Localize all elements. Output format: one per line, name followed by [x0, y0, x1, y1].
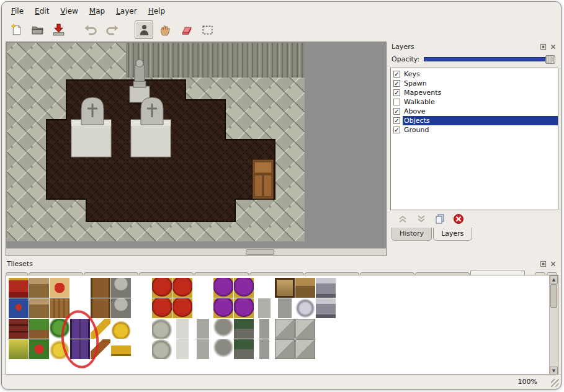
- tile-statue_white[interactable]: [172, 339, 192, 359]
- tile-cabinet[interactable]: [91, 278, 110, 298]
- menu-item-edit[interactable]: Edit: [29, 5, 55, 17]
- layer-checkbox[interactable]: ✓: [393, 117, 400, 124]
- duplicate-icon[interactable]: [434, 213, 446, 225]
- redo-button[interactable]: [102, 20, 121, 39]
- tile-stone_door[interactable]: [111, 278, 131, 298]
- tile-rock[interactable]: [152, 319, 172, 339]
- tile-banner_blue[interactable]: [9, 298, 29, 318]
- tile-rock[interactable]: [152, 339, 172, 359]
- tile-bookshelf[interactable]: [9, 319, 29, 339]
- tile-stone_block[interactable]: [295, 339, 315, 359]
- tile-statue_gray[interactable]: [193, 319, 213, 339]
- layer-checkbox[interactable]: ✓: [393, 127, 400, 133]
- tile-cushion_red[interactable]: [50, 278, 69, 298]
- tile-statue_white[interactable]: [172, 319, 192, 339]
- layer-row-ground[interactable]: ✓Ground: [391, 125, 558, 135]
- layer-row-keys[interactable]: ✓Keys: [391, 69, 558, 79]
- tile-empty[interactable]: [316, 339, 336, 359]
- tile-coffin[interactable]: [275, 298, 295, 318]
- select-tool-button[interactable]: [198, 20, 217, 39]
- menu-item-layer[interactable]: Layer: [110, 5, 142, 17]
- tile-barrel[interactable]: [50, 298, 69, 318]
- tile-frame[interactable]: [275, 278, 295, 298]
- tile-gold_pile[interactable]: [111, 319, 131, 339]
- scroll-up-icon[interactable]: ▲: [550, 275, 558, 283]
- float-panel-icon[interactable]: [539, 43, 547, 51]
- tile-loom[interactable]: [29, 278, 49, 298]
- layer-row-spawn[interactable]: ✓Spawn: [391, 79, 558, 88]
- tile-empty[interactable]: [254, 278, 274, 298]
- move-up-icon[interactable]: [396, 213, 409, 225]
- tile-loom[interactable]: [29, 298, 49, 318]
- tile-gargoyle[interactable]: [213, 339, 233, 359]
- menu-item-help[interactable]: Help: [143, 5, 171, 17]
- tile-armor_statue[interactable]: [316, 278, 336, 298]
- tile-gold_bar[interactable]: [111, 339, 131, 359]
- tile-bench[interactable]: [295, 278, 315, 298]
- tile-pillar[interactable]: [254, 319, 274, 339]
- layer-row-walkable[interactable]: Walkable: [391, 97, 558, 107]
- tile-cabinet[interactable]: [91, 298, 110, 318]
- tile-throne_red[interactable]: [172, 298, 192, 318]
- tile-empty[interactable]: [132, 339, 151, 359]
- move-down-icon[interactable]: [415, 213, 427, 225]
- tile-empty[interactable]: [132, 298, 151, 318]
- eraser-tool-button[interactable]: [177, 20, 195, 39]
- tile-banner_yellow[interactable]: [9, 339, 29, 359]
- layer-checkbox[interactable]: ✓: [393, 80, 400, 87]
- dock-tab-layers[interactable]: Layers: [433, 228, 472, 241]
- tile-throne_red[interactable]: [152, 298, 172, 318]
- tile-empty[interactable]: [132, 319, 151, 339]
- tile-flower_red[interactable]: [29, 339, 49, 359]
- close-panel-icon[interactable]: [549, 43, 557, 51]
- scrollbar-thumb[interactable]: [246, 249, 274, 255]
- layer-checkbox[interactable]: [393, 99, 400, 105]
- menu-item-view[interactable]: View: [55, 5, 83, 17]
- new-file-button[interactable]: [7, 20, 25, 39]
- tile-gargoyle[interactable]: [213, 319, 233, 339]
- layer-checkbox[interactable]: ✓: [393, 89, 400, 96]
- tile-empty[interactable]: [193, 278, 213, 298]
- tile-stone_block[interactable]: [275, 319, 295, 339]
- tile-throne_red[interactable]: [172, 278, 192, 298]
- tile-empty[interactable]: [193, 298, 213, 318]
- map-horizontal-scrollbar[interactable]: [6, 248, 386, 256]
- scrollbar-thumb[interactable]: [550, 284, 557, 308]
- stamp-tool-button[interactable]: [135, 20, 153, 39]
- tile-banner_red[interactable]: [9, 278, 29, 298]
- layer-row-mapevents[interactable]: ✓Mapevents: [391, 88, 558, 97]
- tile-throne_red[interactable]: [152, 278, 172, 298]
- tile-armor_statue[interactable]: [316, 298, 336, 318]
- tile-empty[interactable]: [132, 278, 151, 298]
- menu-item-file[interactable]: File: [6, 5, 29, 17]
- tile-stone_door[interactable]: [111, 298, 131, 318]
- tile-pillar[interactable]: [254, 339, 274, 359]
- layer-row-objects[interactable]: ✓Objects: [391, 116, 558, 125]
- tile-stone_block[interactable]: [275, 339, 295, 359]
- opacity-slider-handle[interactable]: [545, 55, 555, 64]
- delete-icon[interactable]: [452, 213, 465, 225]
- tile-statue_gray[interactable]: [193, 339, 213, 359]
- tile-empty[interactable]: [316, 319, 336, 339]
- layer-checkbox[interactable]: ✓: [393, 108, 400, 115]
- map-canvas[interactable]: [7, 43, 305, 241]
- tile-throne_purple[interactable]: [234, 298, 254, 318]
- fill-tool-button[interactable]: [156, 20, 174, 39]
- tile-stone_block[interactable]: [295, 319, 315, 339]
- resize-grip[interactable]: [551, 379, 559, 387]
- tile-armor_pile[interactable]: [295, 298, 315, 318]
- tile-throne_purple[interactable]: [234, 278, 254, 298]
- open-button[interactable]: [28, 20, 47, 39]
- opacity-slider[interactable]: [424, 57, 555, 61]
- menu-item-map[interactable]: Map: [84, 5, 110, 17]
- float-panel-icon[interactable]: [539, 260, 547, 268]
- tile-vase[interactable]: [234, 319, 254, 339]
- tile-throne_purple[interactable]: [213, 278, 233, 298]
- dock-tab-history[interactable]: History: [392, 228, 432, 241]
- tile-empty[interactable]: [70, 278, 90, 298]
- undo-button[interactable]: [81, 20, 100, 39]
- tile-vase[interactable]: [234, 339, 254, 359]
- tileset-vertical-scrollbar[interactable]: ▲ ▼: [549, 275, 558, 375]
- layer-row-above[interactable]: ✓Above: [391, 107, 558, 116]
- tile-plant_pot[interactable]: [29, 319, 49, 339]
